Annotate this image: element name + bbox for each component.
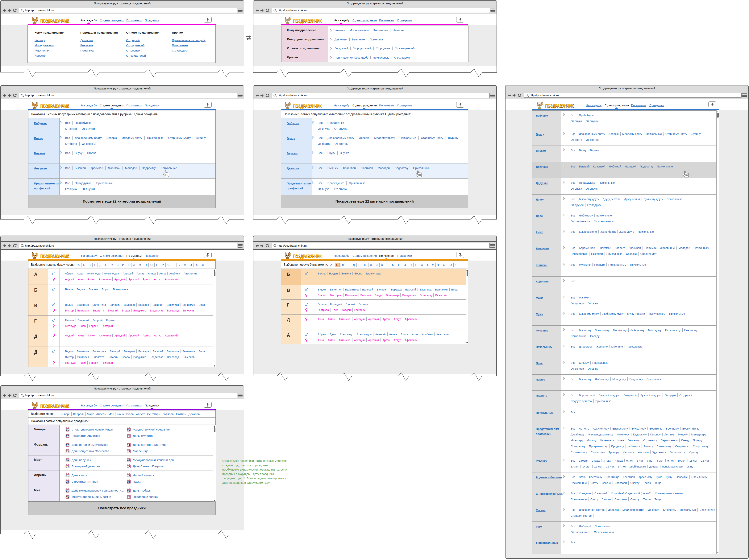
svg-text:23: 23 <box>66 481 69 483</box>
svg-text:08: 08 <box>127 459 130 462</box>
svg-text:ПОЗДРАВУНЧИК: ПОЗДРАВУНЧИК <box>40 103 69 109</box>
svg-text:14: 14 <box>127 444 130 447</box>
svg-text:ПОЗДРАВУНЧИК: ПОЗДРАВУНЧИК <box>293 103 322 109</box>
svg-text:ПОЗДРАВУНЧИК: ПОЗДРАВУНЧИК <box>40 18 69 23</box>
svg-text:17: 17 <box>127 465 130 468</box>
svg-text:01: 01 <box>66 429 69 431</box>
svg-text:ПОЗДРАВУНЧИК: ПОЗДРАВУНЧИК <box>545 103 574 108</box>
svg-text:ПОЗДРАВУНЧИК: ПОЗДРАВУНЧИК <box>293 18 322 23</box>
svg-text:13: 13 <box>66 465 69 468</box>
svg-text:15: 15 <box>66 496 69 498</box>
svg-text:25: 25 <box>127 496 130 498</box>
svg-text:01: 01 <box>66 474 69 477</box>
svg-text:01: 01 <box>66 490 69 492</box>
svg-text:09: 09 <box>127 490 130 492</box>
svg-text:ПОЗДРАВУНЧИК: ПОЗДРАВУНЧИК <box>40 253 69 259</box>
svg-text:ПОЗДРАВУНЧИК: ПОЗДРАВУНЧИК <box>40 403 69 408</box>
svg-text:14: 14 <box>127 474 130 477</box>
svg-text:23: 23 <box>66 450 69 453</box>
svg-text:25: 25 <box>127 435 130 438</box>
svg-text:00: 00 <box>66 459 69 462</box>
svg-text:06: 06 <box>127 429 130 431</box>
svg-text:24: 24 <box>127 481 130 483</box>
svg-text:07: 07 <box>66 444 69 447</box>
svg-text:07: 07 <box>66 435 69 438</box>
svg-text:24: 24 <box>127 450 130 453</box>
svg-text:ПОЗДРАВУНЧИК: ПОЗДРАВУНЧИК <box>293 253 322 259</box>
